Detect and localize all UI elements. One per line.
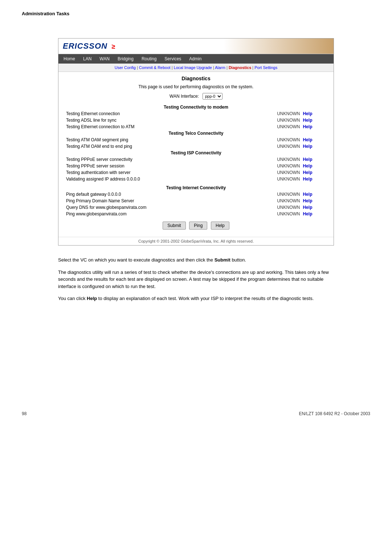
body-paragraph-3: You can click Help to display an explana…: [58, 295, 334, 302]
nav-lan[interactable]: LAN: [79, 55, 95, 63]
diag-status: UNKNOWN: [245, 143, 301, 150]
nav-bridging[interactable]: Bridging: [114, 55, 137, 63]
diag-status: UNKNOWN: [245, 156, 301, 163]
diag-label: Testing PPPoE server connectivity: [64, 156, 245, 163]
subnav-diagnostics[interactable]: Diagnostics: [229, 65, 251, 70]
table-row: Testing authentication with server UNKNO…: [64, 169, 328, 176]
page-number: 98: [22, 411, 26, 416]
table-row: Testing ADSL line for sync UNKNOWN Help: [64, 117, 328, 123]
nav-bar: Home LAN WAN Bridging Routing Services A…: [58, 54, 334, 64]
diag-status: UNKNOWN: [245, 123, 301, 130]
sub-nav: User Config | Commit & Reboot | Local Im…: [58, 64, 334, 72]
section-header-row: Testing Telco Connectivity: [64, 130, 328, 137]
wan-interface-select[interactable]: ppp-0: [203, 93, 222, 100]
table-row: Testing PPPoE server connectivity UNKNOW…: [64, 156, 328, 163]
nav-admin[interactable]: Admin: [185, 55, 205, 63]
diag-status: UNKNOWN: [245, 198, 301, 204]
subnav-commit-reboot[interactable]: Commit & Reboot: [139, 65, 171, 70]
diag-status: UNKNOWN: [245, 176, 301, 182]
diag-label: Testing Ethernet connection: [64, 110, 245, 117]
subnav-local-image-upgrade[interactable]: Local Image Upgrade: [174, 65, 212, 70]
doc-reference: EN/LZT 108 6492 R2 - October 2003: [299, 411, 370, 416]
diag-label: Testing ATM OAM end to end ping: [64, 143, 245, 150]
diag-status: UNKNOWN: [245, 204, 301, 211]
nav-services[interactable]: Services: [161, 55, 185, 63]
subnav-user-config[interactable]: User Config: [115, 65, 136, 70]
body-paragraph-2: The diagnostics utility will run a serie…: [58, 269, 334, 290]
body-text: Select the VC on which you want to execu…: [58, 256, 334, 302]
page-footer: 98 EN/LZT 108 6492 R2 - October 2003: [22, 411, 370, 416]
section-header-modem: Testing Connectivity to modem: [64, 104, 328, 110]
diag-status: UNKNOWN: [245, 110, 301, 117]
diag-label: Testing Ethernet connection to ATM: [64, 123, 245, 130]
ping-button[interactable]: Ping: [189, 222, 207, 230]
diagnostics-table: Testing Connectivity to modem Testing Et…: [64, 104, 328, 217]
admin-tasks-label: Administration Tasks: [22, 11, 370, 16]
table-row: Ping Primary Domain Name Server UNKNOWN …: [64, 198, 328, 204]
subnav-alarm[interactable]: Alarm: [215, 65, 225, 70]
help-link[interactable]: Help: [303, 211, 312, 216]
nav-routing[interactable]: Routing: [138, 55, 160, 63]
body-paragraph-1: Select the VC on which you want to execu…: [58, 256, 334, 264]
diag-status: UNKNOWN: [245, 211, 301, 217]
diag-status: UNKNOWN: [245, 117, 301, 123]
help-link[interactable]: Help: [303, 157, 312, 162]
button-bar: Submit Ping Help: [64, 217, 328, 233]
section-header-internet: Testing Internet Connectivity: [64, 185, 328, 191]
wan-interface-label: WAN Interface:: [170, 94, 199, 99]
diag-status: UNKNOWN: [245, 191, 301, 198]
help-button[interactable]: Help: [211, 222, 229, 230]
page-description: This page is used for performing diagnos…: [64, 84, 328, 89]
help-link[interactable]: Help: [303, 192, 312, 197]
ericsson-logo-arrow: ≥: [111, 43, 115, 50]
submit-bold: Submit: [215, 257, 230, 263]
help-link[interactable]: Help: [303, 170, 312, 175]
help-link[interactable]: Help: [303, 118, 312, 123]
section-header-row: Testing ISP Connectivity: [64, 150, 328, 156]
frame-footer: Copyright © 2001-2002 GlobeSpanVirata, I…: [58, 237, 334, 245]
help-link[interactable]: Help: [303, 137, 312, 142]
help-bold: Help: [87, 296, 97, 301]
diag-label: Testing authentication with server: [64, 169, 245, 176]
table-row: Testing PPPoE server session UNKNOWN Hel…: [64, 163, 328, 169]
table-row: Validating assigned IP address 0.0.0.0 U…: [64, 176, 328, 182]
diag-status: UNKNOWN: [245, 137, 301, 143]
help-link[interactable]: Help: [303, 205, 312, 210]
table-row: Query DNS for www.globespanvirata.com UN…: [64, 204, 328, 211]
help-link[interactable]: Help: [303, 144, 312, 149]
table-row: Ping default gateway 0.0.0.0 UNKNOWN Hel…: [64, 191, 328, 198]
help-link[interactable]: Help: [303, 198, 312, 203]
wan-interface-row: WAN Interface: ppp-0: [64, 93, 328, 100]
ericsson-logo: ERICSSON ≥: [63, 41, 115, 51]
browser-frame: ERICSSON ≥ Home LAN WAN Bridging Routing…: [58, 38, 334, 246]
nav-home[interactable]: Home: [60, 55, 79, 63]
diag-status: UNKNOWN: [245, 169, 301, 176]
diag-label: Ping default gateway 0.0.0.0: [64, 191, 245, 198]
diag-label: Testing ADSL line for sync: [64, 117, 245, 123]
section-header-telco: Testing Telco Connectivity: [64, 130, 328, 137]
section-header-row: Testing Connectivity to modem: [64, 104, 328, 110]
table-row: Testing ATM OAM end to end ping UNKNOWN …: [64, 143, 328, 150]
diag-label: Testing PPPoE server session: [64, 163, 245, 169]
ericsson-header: ERICSSON ≥: [58, 39, 334, 54]
diag-label: Testing ATM OAM segment ping: [64, 137, 245, 143]
submit-button[interactable]: Submit: [163, 222, 185, 230]
table-row: Testing Ethernet connection UNKNOWN Help: [64, 110, 328, 117]
ericsson-logo-text: ERICSSON: [63, 41, 107, 50]
help-link[interactable]: Help: [303, 124, 312, 129]
diag-label: Ping www.globespanvirata.com: [64, 211, 245, 217]
subnav-port-settings[interactable]: Port Settings: [254, 65, 277, 70]
table-row: Testing Ethernet connection to ATM UNKNO…: [64, 123, 328, 130]
nav-wan[interactable]: WAN: [96, 55, 113, 63]
diag-status: UNKNOWN: [245, 163, 301, 169]
table-row: Ping www.globespanvirata.com UNKNOWN Hel…: [64, 211, 328, 217]
page-title: Diagnostics: [64, 76, 328, 81]
help-link[interactable]: Help: [303, 163, 312, 169]
diag-label: Validating assigned IP address 0.0.0.0: [64, 176, 245, 182]
help-link[interactable]: Help: [303, 111, 312, 116]
section-header-isp: Testing ISP Connectivity: [64, 150, 328, 156]
help-link[interactable]: Help: [303, 177, 312, 182]
diag-label: Ping Primary Domain Name Server: [64, 198, 245, 204]
diag-label: Query DNS for www.globespanvirata.com: [64, 204, 245, 211]
main-content: Diagnostics This page is used for perfor…: [58, 72, 334, 237]
